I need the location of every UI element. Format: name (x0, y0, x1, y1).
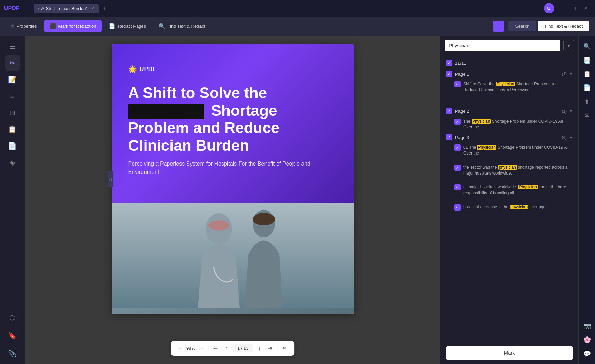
highlight-physician-4: physician (498, 165, 517, 170)
page-3-result-4[interactable]: ✓ potential decrease in the physician sh… (440, 202, 578, 213)
tab-add-button[interactable]: + (101, 4, 107, 13)
current-page: 1 (237, 346, 240, 351)
redacted-word (128, 104, 204, 119)
fr-upload-icon[interactable]: ⬆ (581, 95, 593, 108)
redact-pages-button[interactable]: 📄 Redact Pages (103, 20, 151, 32)
next-page-button[interactable]: ↓ (256, 344, 263, 353)
redact-pages-icon: 📄 (109, 23, 115, 29)
titlebar-actions: U — □ ✕ (544, 3, 591, 13)
fr-flower-icon[interactable]: 🌸 (581, 334, 593, 346)
page-1-count: (1) (561, 72, 567, 76)
fr-mail-icon[interactable]: ✉ (581, 109, 593, 122)
properties-button[interactable]: ≡ Properties (6, 20, 43, 32)
page-3-result-3[interactable]: ✓ all major hospitals worldwide. Physici… (440, 182, 578, 198)
sidebar-icon-view[interactable]: ☰ (5, 39, 20, 54)
page-3-result-2[interactable]: ✓ the sector was the physician shortage … (440, 162, 578, 178)
page-2-result-1[interactable]: ✓ The Physician Shortage Problem under C… (440, 116, 578, 132)
spacer-4 (440, 198, 578, 202)
check-icon-r11: ✓ (456, 82, 459, 87)
sidebar-left: ☰ ✂ 📝 ≡ ⊞ 📋 📄 ◈ ⬡ 🔖 📎 (0, 36, 25, 364)
find-text-redact-label: Find Text & Redact (167, 24, 205, 29)
result-3-1-checkbox[interactable]: ✓ (454, 144, 461, 151)
search-tab-button[interactable]: Search (508, 21, 536, 31)
sidebar-icon-comment[interactable]: 📝 (5, 72, 20, 87)
sidebar-icon-edit[interactable]: ✂ (5, 55, 20, 71)
page-2-row[interactable]: ✓ Page 2 (1) ▼ (440, 106, 578, 116)
spacer-3 (440, 178, 578, 182)
page-2-expand-icon[interactable]: ▼ (569, 109, 573, 113)
fr-pages-icon[interactable]: 📑 (581, 54, 593, 66)
page-1-checkbox[interactable]: ✓ (446, 71, 452, 77)
page-3-result-1[interactable]: ✓ 01 The Physician Shortage Problem unde… (440, 142, 578, 158)
mark-for-redaction-button[interactable]: ⬛ Mark for Redaction (44, 20, 102, 32)
color-picker-button[interactable] (493, 21, 504, 32)
page-1-result-1[interactable]: ✓ Shift to Solve the Physician Shortage … (440, 79, 578, 95)
check-icon: ✓ (447, 60, 451, 65)
sidebar-icon-ocr[interactable]: 📋 (5, 122, 20, 137)
spacer-1 (440, 95, 578, 106)
fr-camera-icon[interactable]: 📷 (581, 320, 593, 332)
sidebar-icon-bookmark[interactable]: 🔖 (5, 328, 20, 343)
sidebar-icon-layers[interactable]: ⬡ (5, 310, 20, 325)
tab-close-icon[interactable]: ✕ (91, 6, 94, 11)
titlebar: UPDF ▾ A-Shift-to...ian-Burden* ✕ + U — … (0, 0, 595, 17)
find-text-tab-button[interactable]: Find Text & Redact (538, 21, 589, 31)
result-3-3-text: all major hospitals worldwide. Physician… (463, 184, 573, 196)
page-3-expand-icon[interactable]: ▼ (569, 136, 573, 139)
collapse-handle[interactable]: ◁ (108, 171, 113, 187)
zoom-in-button[interactable]: + (198, 344, 205, 353)
toolbar-divider-2 (277, 345, 277, 352)
page-3-row[interactable]: ✓ Page 3 (4) ▼ (440, 132, 578, 142)
photo-placeholder (112, 203, 354, 314)
prev-page-button[interactable]: ↑ (223, 344, 230, 353)
document-area: 🌟 UPDF A Shift to Solve the Shortage Pro… (25, 36, 440, 364)
fr-search-icon[interactable]: 🔍 (581, 40, 593, 53)
page-3-checkbox[interactable]: ✓ (446, 134, 452, 140)
search-input[interactable] (445, 40, 560, 51)
page-1-expand-icon[interactable]: ▼ (569, 72, 573, 76)
sidebar-icon-attach[interactable]: 📎 (5, 346, 20, 361)
fr-file-icon[interactable]: 📄 (581, 82, 593, 94)
page-2-checkbox[interactable]: ✓ (446, 108, 452, 114)
sidebar-icon-pages[interactable]: ≡ (5, 88, 20, 104)
highlight-physician-5: Physician (518, 185, 537, 189)
result-1-1-checkbox[interactable]: ✓ (454, 81, 461, 87)
tab-filename: A-Shift-to...ian-Burden* (41, 6, 88, 11)
sidebar-icon-signature[interactable]: ◈ (5, 155, 20, 170)
fr-clipboard-icon[interactable]: 📋 (581, 68, 593, 80)
maximize-button[interactable]: □ (570, 4, 578, 12)
close-button[interactable]: ✕ (581, 4, 591, 12)
result-2-1-checkbox[interactable]: ✓ (454, 119, 461, 125)
page-2-label: Page 2 (455, 109, 559, 114)
zoom-level: 98% (186, 346, 195, 351)
last-page-button[interactable]: ⇥ (266, 344, 274, 353)
zoom-out-button[interactable]: − (176, 344, 184, 353)
profile-button[interactable]: U (544, 3, 554, 13)
page-3-label: Page 3 (455, 135, 559, 140)
page-display: 1 / 13 (232, 344, 253, 352)
sidebar-icon-redact[interactable]: ⊞ (5, 105, 20, 120)
sidebar-icon-protect[interactable]: 📄 (5, 138, 20, 153)
select-all-checkbox[interactable]: ✓ (446, 60, 452, 66)
redact-pages-label: Redact Pages (118, 24, 146, 29)
minimize-button[interactable]: — (557, 4, 567, 12)
page-logo: 🌟 UPDF (128, 65, 337, 73)
first-page-button[interactable]: ⇤ (211, 344, 220, 353)
page-1-row[interactable]: ✓ Page 1 (1) ▼ (440, 69, 578, 79)
result-count: 11/11 (455, 60, 466, 66)
active-tab[interactable]: ▾ A-Shift-to...ian-Burden* ✕ (34, 4, 99, 13)
close-toolbar-button[interactable]: ✕ (280, 344, 289, 353)
result-3-3-checkbox[interactable]: ✓ (454, 184, 461, 190)
filter-button[interactable]: ▼ (563, 40, 574, 51)
mark-button[interactable]: Mark (446, 346, 573, 360)
fr-chat-icon[interactable]: 💬 (581, 347, 593, 360)
properties-icon: ≡ (11, 23, 14, 29)
result-3-4-checkbox[interactable]: ✓ (454, 204, 461, 211)
result-3-2-checkbox[interactable]: ✓ (454, 165, 461, 171)
svg-point-4 (208, 220, 229, 231)
highlight-physician-6: physician (510, 205, 528, 209)
tab-arrow: ▾ (38, 7, 39, 10)
page-cover: 🌟 UPDF A Shift to Solve the Shortage Pro… (112, 44, 354, 203)
check-icon-r21: ✓ (456, 119, 459, 124)
find-text-redact-button[interactable]: 🔍 Find Text & Redact (153, 20, 211, 32)
